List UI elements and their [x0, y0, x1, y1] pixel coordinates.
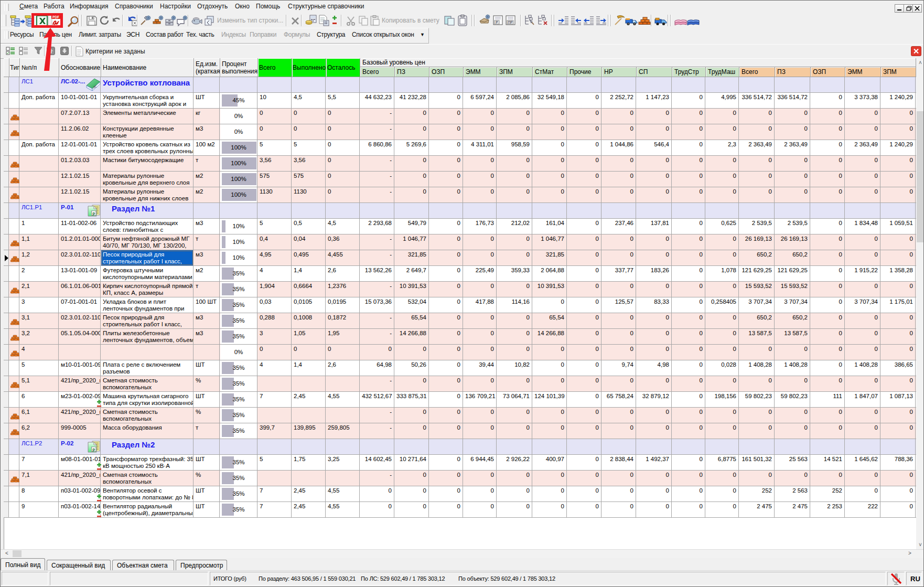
svg-text:p: p	[92, 447, 95, 452]
svg-text:ПР: ПР	[508, 20, 512, 24]
svg-text:P: P	[496, 20, 498, 24]
svg-text:p: p	[92, 211, 95, 216]
